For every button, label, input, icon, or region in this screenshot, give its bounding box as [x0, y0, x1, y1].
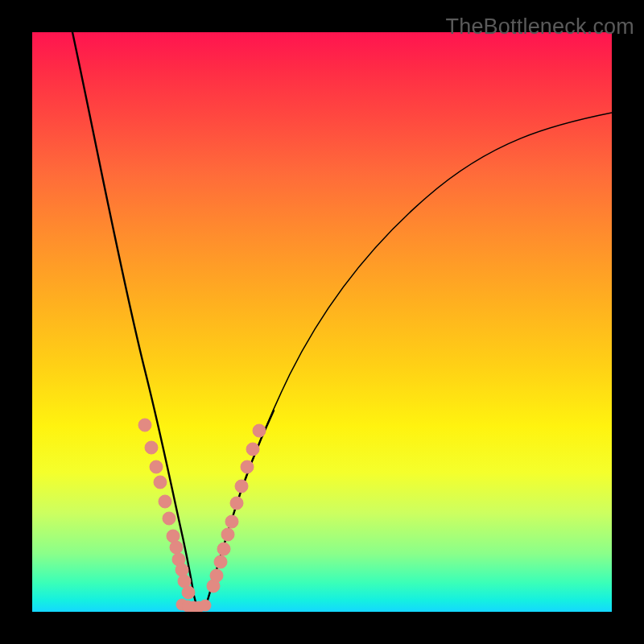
- svg-point-6: [167, 530, 180, 543]
- svg-point-5: [163, 512, 175, 525]
- right-dot-cluster: [207, 424, 266, 592]
- svg-point-19: [235, 480, 248, 493]
- svg-point-0: [138, 419, 151, 431]
- svg-point-20: [241, 460, 254, 473]
- svg-point-2: [150, 460, 163, 473]
- svg-point-13: [210, 569, 223, 582]
- bottom-dot-cluster: [176, 599, 211, 612]
- svg-point-1: [145, 441, 158, 454]
- chart-svg: [32, 32, 612, 612]
- svg-point-22: [253, 424, 266, 437]
- svg-point-21: [246, 443, 259, 456]
- svg-point-17: [225, 515, 238, 528]
- svg-point-3: [154, 476, 167, 489]
- svg-point-14: [214, 555, 227, 568]
- svg-point-15: [217, 543, 230, 555]
- plot-area: [32, 32, 612, 612]
- svg-point-4: [159, 495, 171, 508]
- svg-point-16: [221, 528, 234, 541]
- chart-frame: TheBottleneck.com: [0, 0, 644, 644]
- curve-right-branch: [206, 113, 612, 605]
- svg-point-18: [230, 497, 243, 510]
- watermark-text: TheBottleneck.com: [445, 14, 634, 39]
- svg-point-7: [170, 541, 183, 554]
- svg-point-9: [175, 564, 188, 576]
- left-dot-cluster: [138, 419, 195, 599]
- svg-point-27: [200, 600, 211, 611]
- svg-point-11: [182, 586, 195, 599]
- curve-left-branch: [72, 32, 196, 605]
